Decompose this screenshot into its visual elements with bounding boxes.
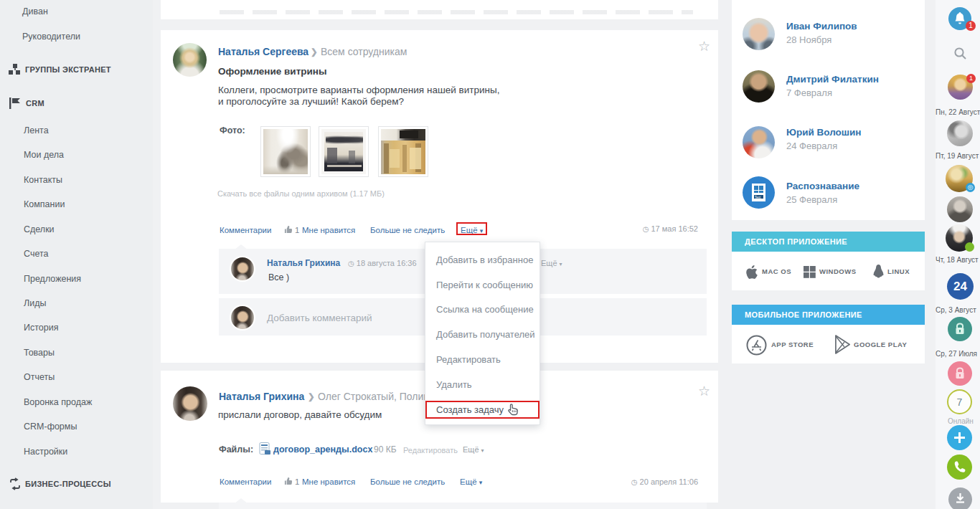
svg-text:Text: Text: [755, 196, 761, 199]
